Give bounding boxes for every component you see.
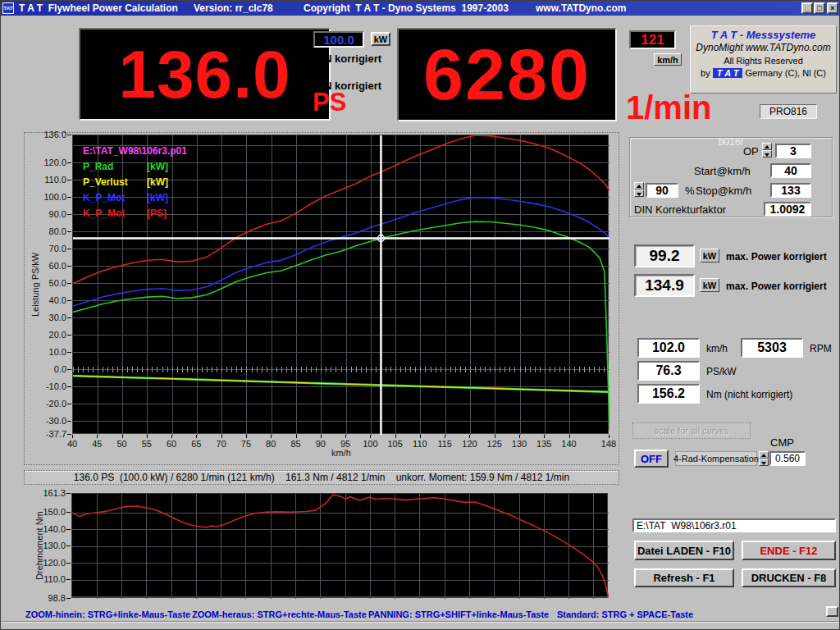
komp-spinner[interactable]: [759, 451, 769, 466]
y-tick-label: 150.0: [43, 507, 66, 517]
minimize-icon[interactable]: _: [801, 2, 813, 14]
y-tick-mark: [67, 404, 71, 404]
power-chart-xunit: km/h: [331, 448, 351, 458]
titlebar: TAT T A T Flywheel Power Calculation Ver…: [1, 1, 840, 16]
x-tick-label: 105: [387, 439, 402, 449]
power-chart-xticks: 4045505560657075808590951001051101151201…: [25, 133, 619, 464]
rpm-value: 6280: [423, 33, 591, 116]
help-zoom-in: ZOOM-hinein: STRG+linke-Maus-Taste: [25, 609, 190, 619]
spin-up-icon[interactable]: [759, 451, 769, 459]
help-panning: PANNING: STRG+SHIFT+linke-Maus-Taste: [368, 609, 549, 619]
spin-up-icon[interactable]: [762, 143, 772, 150]
app-window: TAT T A T Flywheel Power Calculation Ver…: [0, 0, 840, 630]
x-tick-label: 110: [413, 439, 427, 449]
y-tick-mark: [67, 335, 71, 336]
x-tick-label: 80: [266, 439, 276, 449]
x-tick-mark: [609, 435, 609, 438]
x-tick-mark: [171, 435, 172, 438]
y-tick-mark: [66, 598, 71, 599]
kw-unit-button[interactable]: kW: [371, 32, 390, 46]
din-korrigiert-label-1: DIN korrigiert: [313, 52, 381, 65]
spin-down-icon[interactable]: [759, 459, 769, 466]
y-tick-mark: [66, 529, 71, 530]
spin-up-icon[interactable]: [634, 182, 644, 189]
maximize-icon[interactable]: □: [814, 2, 825, 14]
app-icon[interactable]: TAT: [2, 2, 14, 14]
y-tick-label: 98.8: [48, 593, 66, 603]
x-tick-mark: [147, 435, 148, 438]
stop-input[interactable]: [770, 183, 811, 198]
cursor-power-display: 76.3: [637, 361, 700, 381]
print-button[interactable]: DRUCKEN - F8: [742, 568, 836, 587]
x-tick-mark: [345, 435, 346, 438]
x-tick-mark: [72, 435, 73, 438]
cmp-label: CMP: [770, 436, 794, 449]
x-tick-mark: [544, 435, 545, 438]
y-tick-mark: [67, 249, 71, 249]
close-icon[interactable]: ×: [827, 2, 838, 14]
spin-down-icon[interactable]: [634, 189, 644, 197]
y-tick-mark: [67, 283, 71, 284]
komp-label: 4-Rad-Kompensation: [675, 451, 757, 466]
cursor-torque-display: 156.2: [637, 384, 700, 404]
rpm-unit-label: 1/min: [626, 89, 711, 126]
cursor-torque-unit: Nm (nicht korrigiert): [706, 389, 792, 400]
x-tick-label: 65: [191, 439, 201, 449]
file-path-input[interactable]: [632, 518, 836, 532]
y-tick-mark: [66, 579, 71, 580]
infobox-country: Germany (C), Nl (C): [742, 68, 825, 78]
window-title: T A T Flywheel Power Calculation: [19, 2, 178, 14]
y-tick-mark: [66, 512, 71, 513]
infobox-title: T A T - Messsysteme: [691, 29, 836, 41]
power-kw-value: 100.0: [323, 33, 354, 47]
y-tick-mark: [66, 546, 71, 546]
x-tick-label: 140: [561, 439, 576, 449]
y-tick-mark: [67, 214, 71, 215]
din-faktor-input[interactable]: [764, 202, 811, 217]
y-tick-mark: [67, 231, 71, 232]
cursor-speed-display: 102.0: [637, 338, 700, 358]
percent-input[interactable]: [646, 183, 678, 198]
op-spinner[interactable]: [762, 143, 772, 158]
komp-value-input[interactable]: [769, 451, 806, 466]
infobox-by: by: [701, 68, 710, 78]
x-tick-mark: [469, 435, 470, 438]
y-tick-mark: [67, 197, 71, 198]
rpm-display: 6280: [397, 28, 617, 121]
y-tick-mark: [67, 386, 71, 387]
y-tick-mark: [67, 180, 71, 180]
refresh-button[interactable]: Refresh - F1: [634, 568, 734, 587]
x-tick-label: 115: [437, 439, 452, 449]
start-input[interactable]: [770, 163, 811, 178]
kmh-unit-button[interactable]: km/h: [654, 53, 682, 66]
torque-chart-plot[interactable]: [71, 493, 608, 598]
x-tick-label: 135: [536, 439, 551, 449]
x-tick-label: 70: [217, 439, 226, 449]
op-input[interactable]: [775, 144, 811, 158]
y-tick-mark: [67, 317, 71, 318]
x-tick-label: 85: [290, 439, 300, 449]
load-file-button[interactable]: Datei LADEN - F10: [634, 541, 734, 560]
y-tick-label: 161.3: [43, 488, 66, 498]
x-tick-label: 125: [487, 439, 502, 449]
tat-infobox: T A T - Messsysteme DynoMight www.TATDyn…: [690, 25, 837, 94]
x-tick-mark: [122, 435, 123, 438]
compensation-off-button[interactable]: OFF: [634, 450, 669, 468]
scale-all-curves-button[interactable]: scale for all curves: [632, 422, 751, 439]
cursor-power-unit: PS/kW: [706, 366, 737, 377]
x-tick-label: 90: [316, 439, 326, 449]
max-power-2-unit[interactable]: kW: [700, 278, 719, 292]
max-power-1-unit[interactable]: kW: [700, 249, 719, 262]
resize-grip[interactable]: [826, 606, 838, 617]
x-tick-mark: [370, 435, 371, 438]
y-tick-label: 130.0: [43, 541, 66, 550]
exit-button[interactable]: ENDE - F12: [742, 541, 836, 560]
x-tick-label: 45: [92, 439, 102, 449]
power-ps-value: 136.0: [118, 36, 290, 113]
cursor-rpm-unit: RPM: [810, 343, 832, 354]
x-tick-mark: [420, 435, 421, 438]
percent-spinner[interactable]: [634, 182, 644, 197]
x-tick-mark: [196, 435, 197, 438]
x-tick-label: 120: [462, 439, 477, 449]
spin-down-icon[interactable]: [762, 150, 772, 158]
